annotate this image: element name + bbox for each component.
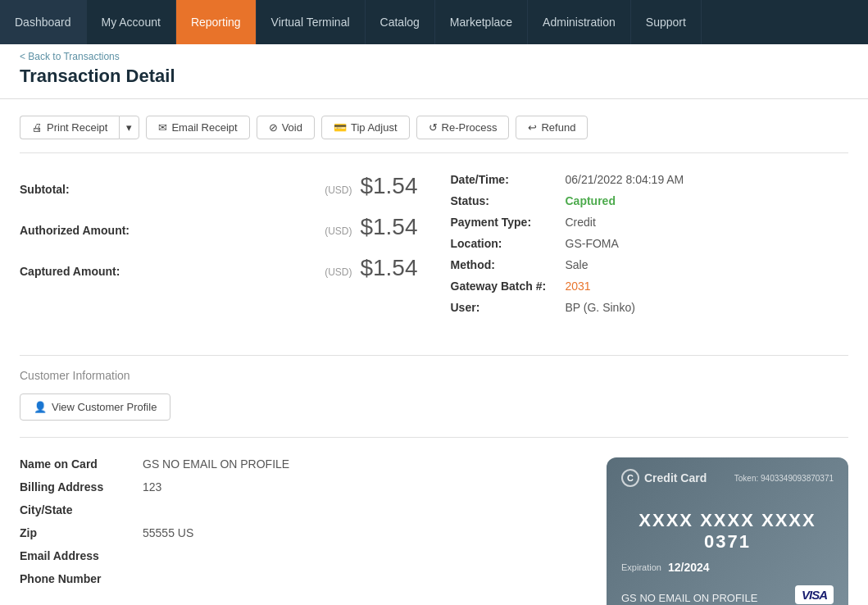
status-row: Status: Captured: [451, 194, 849, 207]
nav-reporting[interactable]: Reporting: [176, 0, 257, 44]
email-receipt-button[interactable]: ✉ Email Receipt: [146, 116, 249, 139]
city-state-label: City/State: [20, 503, 143, 516]
location-row: Location: GS-FOMA: [451, 237, 849, 250]
card-holder-name: GS NO EMAIL ON PROFILE: [621, 592, 757, 604]
reprocess-icon: ↺: [429, 121, 438, 134]
zip-value: 55555 US: [143, 526, 193, 539]
method-row: Method: Sale: [451, 258, 849, 271]
city-state-row: City/State: [20, 503, 574, 516]
location-value: GS-FOMA: [566, 237, 619, 250]
card-number: XXXX XXXX XXXX 0371: [621, 510, 834, 553]
customer-section-title: Customer Information: [20, 369, 848, 382]
print-receipt-button[interactable]: 🖨 Print Receipt: [20, 116, 119, 139]
name-on-card-label: Name on Card: [20, 457, 143, 471]
tip-adjust-button[interactable]: 💳 Tip Adjust: [321, 116, 410, 139]
subtotal-label: Subtotal:: [20, 183, 151, 196]
zip-label: Zip: [20, 526, 143, 539]
tip-icon: 💳: [334, 121, 347, 134]
user-value: BP (G. Sinko): [566, 301, 635, 314]
subtotal-row: Subtotal: (USD) $1.54: [20, 173, 418, 199]
card-brand: C Credit Card: [621, 469, 707, 487]
main-nav: Dashboard My Account Reporting Virtual T…: [0, 0, 868, 44]
refund-button[interactable]: ↩ Refund: [516, 116, 588, 139]
customer-card-row: Name on Card GS NO EMAIL ON PROFILE Bill…: [20, 451, 848, 605]
billing-address-label: Billing Address: [20, 480, 143, 494]
authorized-label: Authorized Amount:: [20, 224, 151, 237]
refund-icon: ↩: [528, 121, 537, 134]
section-divider: [20, 355, 848, 356]
visa-logo: VISA: [795, 585, 834, 604]
customer-details: Name on Card GS NO EMAIL ON PROFILE Bill…: [20, 457, 574, 595]
zip-row: Zip 55555 US: [20, 526, 574, 539]
name-on-card-value: GS NO EMAIL ON PROFILE: [143, 457, 289, 471]
nav-my-account[interactable]: My Account: [87, 0, 176, 44]
datetime-label: Date/Time:: [451, 173, 566, 186]
phone-row: Phone Number: [20, 572, 574, 585]
email-row: Email Address: [20, 549, 574, 562]
print-receipt-caret[interactable]: ▾: [119, 116, 139, 139]
card-brand-icon: C: [621, 469, 639, 487]
nav-virtual-terminal[interactable]: Virtual Terminal: [257, 0, 366, 44]
print-icon: 🖨: [32, 121, 43, 134]
gateway-batch-value[interactable]: 2031: [566, 280, 591, 293]
method-value: Sale: [566, 258, 589, 271]
nav-administration[interactable]: Administration: [528, 0, 631, 44]
void-button[interactable]: ⊘ Void: [257, 116, 315, 139]
customer-divider: [20, 437, 848, 438]
payment-type-label: Payment Type:: [451, 216, 566, 229]
card-brand-label: Credit Card: [644, 471, 707, 484]
phone-label: Phone Number: [20, 572, 143, 585]
nav-dashboard[interactable]: Dashboard: [0, 0, 87, 44]
transaction-details: Date/Time: 06/21/2022 8:04:19 AM Status:…: [451, 173, 849, 322]
amounts-section: Subtotal: (USD) $1.54 Authorized Amount:…: [20, 173, 418, 322]
datetime-value: 06/21/2022 8:04:19 AM: [566, 173, 684, 186]
card-footer: GS NO EMAIL ON PROFILE VISA: [621, 585, 834, 604]
nav-marketplace[interactable]: Marketplace: [435, 0, 528, 44]
authorized-amount-row: Authorized Amount: (USD) $1.54: [20, 214, 418, 240]
person-icon: 👤: [34, 401, 47, 413]
view-customer-profile-button[interactable]: 👤 View Customer Profile: [20, 393, 170, 421]
payment-type-row: Payment Type: Credit: [451, 216, 849, 229]
card-token: Token: 9403349093870371: [734, 474, 834, 483]
email-label: Email Address: [20, 549, 143, 562]
authorized-value: (USD) $1.54: [151, 214, 418, 240]
email-icon: ✉: [158, 121, 167, 134]
page-title: Transaction Detail: [20, 62, 848, 98]
card-expiry-value: 12/2024: [668, 561, 710, 574]
print-receipt-split: 🖨 Print Receipt ▾: [20, 116, 139, 139]
subtotal-value: (USD) $1.54: [151, 173, 418, 199]
name-on-card-row: Name on Card GS NO EMAIL ON PROFILE: [20, 457, 574, 471]
card-header: C Credit Card Token: 9403349093870371: [621, 469, 834, 487]
status-label: Status:: [451, 194, 566, 207]
card-expiry-row: Expiration 12/2024: [621, 561, 834, 574]
status-value: Captured: [566, 194, 616, 207]
billing-address-value: 123: [143, 480, 161, 494]
credit-card-visual: C Credit Card Token: 9403349093870371 XX…: [607, 457, 848, 605]
breadcrumb-bar: Back to Transactions Transaction Detail: [0, 44, 868, 99]
captured-label: Captured Amount:: [20, 265, 151, 278]
method-label: Method:: [451, 258, 566, 271]
gateway-batch-row: Gateway Batch #: 2031: [451, 280, 849, 293]
gateway-batch-label: Gateway Batch #:: [451, 280, 566, 293]
nav-support[interactable]: Support: [631, 0, 702, 44]
billing-address-row: Billing Address 123: [20, 480, 574, 494]
breadcrumb[interactable]: Back to Transactions: [20, 51, 848, 62]
card-expiry-label: Expiration: [621, 562, 661, 572]
user-label: User:: [451, 301, 566, 314]
re-process-button[interactable]: ↺ Re-Process: [416, 116, 510, 139]
captured-amount-row: Captured Amount: (USD) $1.54: [20, 255, 418, 281]
datetime-row: Date/Time: 06/21/2022 8:04:19 AM: [451, 173, 849, 186]
void-icon: ⊘: [269, 121, 278, 134]
nav-catalog[interactable]: Catalog: [366, 0, 435, 44]
transaction-summary: Subtotal: (USD) $1.54 Authorized Amount:…: [20, 173, 848, 335]
toolbar: 🖨 Print Receipt ▾ ✉ Email Receipt ⊘ Void…: [20, 116, 848, 153]
captured-value: (USD) $1.54: [151, 255, 418, 281]
user-row: User: BP (G. Sinko): [451, 301, 849, 314]
main-content: 🖨 Print Receipt ▾ ✉ Email Receipt ⊘ Void…: [0, 99, 868, 605]
payment-type-value: Credit: [566, 216, 596, 229]
location-label: Location:: [451, 237, 566, 250]
